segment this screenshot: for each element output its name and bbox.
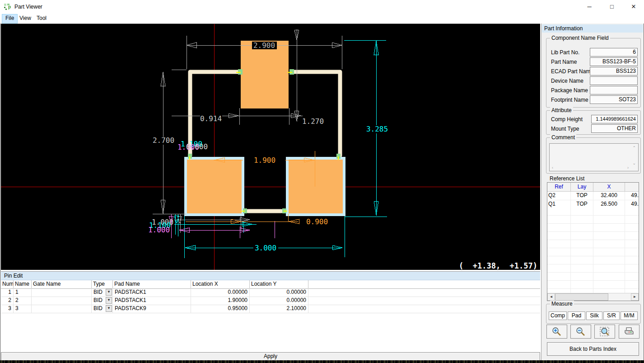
col-header-name[interactable]: Name [14,280,32,288]
minimize-button[interactable]: ─ [582,2,597,12]
reference-row-q2[interactable]: Q2 TOP 32.400 49. [547,192,639,200]
pin1-name[interactable]: 1 [14,288,32,297]
part-viewer-window: P Part Viewer ─ □ ✕ File View Tool [0,0,644,363]
measure-group: Measure Comp Pad Silk S/R M/M [546,304,641,324]
dim-cluster-top-gray: 0.600 [186,142,208,151]
pin2-locx[interactable]: 1.90000 [191,297,250,305]
lay-col-header[interactable]: Lay [571,183,593,191]
top-pad [241,41,289,108]
pin3-locx[interactable]: 0.95000 [191,305,250,313]
ref-col-header[interactable]: Ref [547,183,571,191]
pin3-name[interactable]: 3 [14,305,32,313]
reference-list-header: Ref Lay X [547,183,639,192]
pin2-num: 2 [1,297,14,305]
pin-row-1[interactable]: 1 1 BID▼ PADSTACK1 0.00000 0.00000 [1,288,540,297]
pin2-type[interactable]: BID▼ [92,297,113,305]
pin1-gate[interactable] [32,288,92,297]
pin1-type[interactable]: BID▼ [92,288,113,297]
pin1-locy[interactable]: 0.00000 [250,288,308,297]
app-icon: P [4,3,11,10]
col-header-pad[interactable]: Pad Name [113,280,191,288]
scroll-thumb[interactable] [555,293,608,301]
pin2-type-dropdown-button[interactable]: ▼ [106,297,112,304]
pin2-gate[interactable] [32,297,92,305]
pin1-padname[interactable]: PADSTACK1 [113,288,191,297]
maximize-button[interactable]: □ [604,2,620,12]
printer-icon [624,326,635,337]
pin3-type[interactable]: BID▼ [92,305,113,313]
back-to-parts-index-button[interactable]: Back to Parts Index [547,342,639,356]
col-header-type[interactable]: Type [92,280,113,288]
pin1-type-dropdown-button[interactable]: ▼ [106,289,112,296]
reference-list-hscrollbar[interactable]: ◄ ► [547,293,639,301]
device-name-label: Device Name [551,78,583,84]
close-button[interactable]: ✕ [626,2,641,12]
pin-row-3[interactable]: 3 3 BID▼ PADSTACK9 0.95000 2.10000 [1,305,540,313]
col-header-locx[interactable]: Location X [191,280,250,288]
comment-scroll-down-icon[interactable]: ⌄ [632,161,636,165]
dim-pad-offset: 0.914 [200,114,222,123]
pin3-gate[interactable] [32,305,92,313]
pin1-locx[interactable]: 0.00000 [191,288,250,297]
pin2-locy[interactable]: 0.00000 [250,297,308,305]
measure-pad-button[interactable]: Pad [568,311,585,320]
comment-group: Comment ⌃ ⌄ ‹ › [546,137,641,174]
measure-silk-button[interactable]: Silk [586,311,602,320]
lib-part-no-field[interactable]: 6 [590,48,638,57]
ecad-part-name-field[interactable]: BSS123 [590,67,638,75]
menu-view[interactable]: View [16,14,34,23]
mount-type-label: Mount Type [551,126,579,132]
menu-file[interactable]: File [2,14,18,24]
footprint-name-field[interactable]: SOT23 [590,95,638,104]
pin2-type-value: BID [93,297,103,303]
pin2-name[interactable]: 2 [14,297,32,305]
measure-sr-button[interactable]: S/R [603,311,620,320]
measure-comp-button[interactable]: Comp [549,311,567,320]
coordinate-readout: ( +1.38, +1.57) [459,261,537,270]
print-button[interactable] [619,325,639,339]
pin2-padname[interactable]: PADSTACK1 [113,297,191,305]
zoom-out-icon [575,326,586,337]
comment-scroll-right-icon[interactable]: › [627,166,629,170]
q2-x: 32.400 [593,192,625,200]
svg-text:P: P [8,5,11,10]
scroll-left-button[interactable]: ◄ [547,293,555,301]
part-name-label: Part Name [551,59,577,65]
part-name-field[interactable]: BSS123-BF-5 [590,57,638,66]
attribute-title: Attribute [550,107,573,113]
comment-textarea[interactable] [549,143,639,171]
measure-mm-button[interactable]: M/M [621,311,638,320]
pin3-locy[interactable]: 2.10000 [250,305,308,313]
pin3-type-dropdown-button[interactable]: ▼ [106,305,112,312]
part-information-panel: Part Information Component Name Field Li… [541,24,643,360]
q2-ref: Q2 [547,192,571,200]
component-name-field-title: Component Name Field [550,35,610,41]
dim-top-width: 2.900 [253,41,275,50]
dim-overall-width: 3.000 [255,244,276,252]
zoom-out-button[interactable] [570,325,591,339]
device-name-field[interactable] [590,76,638,85]
comp-height-field[interactable]: 1.1449989661624 [591,115,638,123]
zoom-in-button[interactable] [546,325,567,339]
screen-bottom-sliver [0,360,644,363]
footprint-canvas[interactable]: 2.900 0.914 1.270 2.700 3.285 1.900 0.90… [1,24,540,270]
col-header-num[interactable]: Num [1,280,14,288]
title-bar: P Part Viewer ─ □ ✕ [0,0,644,14]
comment-scroll-up-icon[interactable]: ⌃ [632,146,636,150]
menu-tool[interactable]: Tool [33,14,50,23]
pin3-padname[interactable]: PADSTACK9 [113,305,191,313]
mount-type-field[interactable]: OTHER [591,124,638,133]
zoom-window-button[interactable] [594,325,615,339]
zoom-in-icon [551,326,562,337]
package-name-field[interactable] [590,86,638,94]
dim-overall-height: 3.285 [366,125,388,133]
y-col-header[interactable] [625,183,639,191]
col-header-locy[interactable]: Location Y [250,280,308,288]
scroll-right-button[interactable]: ► [631,293,639,301]
col-header-gate[interactable]: Gate Name [32,280,92,288]
x-col-header[interactable]: X [593,183,625,191]
comp-height-label: Comp Height [551,116,583,123]
pin-row-2[interactable]: 2 2 BID▼ PADSTACK1 1.90000 0.00000 [1,297,540,305]
apply-button[interactable]: Apply [1,352,540,361]
comment-scroll-left-icon[interactable]: ‹ [552,166,553,170]
